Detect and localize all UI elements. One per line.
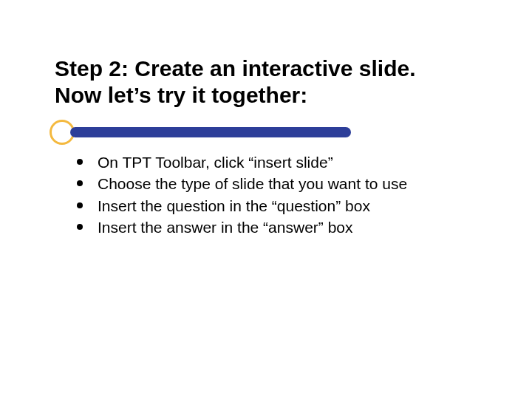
title-line-2: Now let’s try it together:	[55, 83, 307, 107]
rule-bar-icon	[70, 127, 351, 137]
list-item-text: Choose the type of slide that you want t…	[98, 175, 407, 192]
bullet-list: On TPT Toolbar, click “insert slide” Cho…	[77, 152, 491, 238]
list-item: Choose the type of slide that you want t…	[77, 174, 491, 194]
bullet-icon	[77, 159, 83, 165]
list-item: On TPT Toolbar, click “insert slide”	[77, 152, 491, 173]
list-item-text: Insert the answer in the “answer” box	[98, 219, 353, 236]
list-item-text: Insert the question in the “question” bo…	[98, 197, 370, 214]
title-line-1: Step 2: Create an interactive slide.	[55, 56, 416, 81]
list-item: Insert the question in the “question” bo…	[77, 196, 491, 216]
title-rule	[0, 120, 532, 145]
list-item-text: On TPT Toolbar, click “insert slide”	[98, 154, 333, 171]
slide: Step 2: Create an interactive slide. Now…	[0, 0, 532, 399]
bullet-icon	[77, 202, 83, 208]
slide-body: On TPT Toolbar, click “insert slide” Cho…	[77, 152, 491, 239]
bullet-icon	[77, 180, 83, 186]
bullet-icon	[77, 224, 83, 230]
slide-title: Step 2: Create an interactive slide. Now…	[55, 55, 483, 109]
list-item: Insert the answer in the “answer” box	[77, 217, 491, 238]
